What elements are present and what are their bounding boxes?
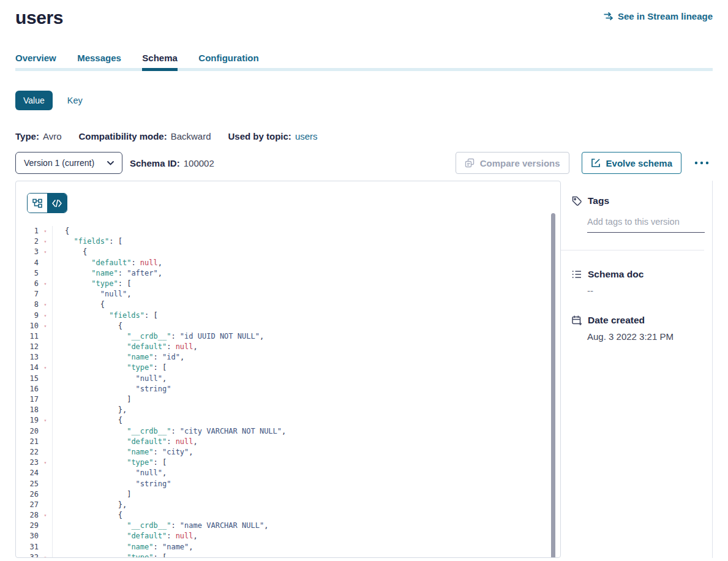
tab-schema[interactable]: Schema <box>142 53 178 71</box>
code-text: "name": "after", <box>52 268 560 279</box>
copy-versions-icon <box>465 158 475 168</box>
fold-toggle-icon[interactable]: ▾ <box>39 279 52 289</box>
schema-doc-section-header: Schema doc <box>561 269 712 280</box>
schema-doc-heading: Schema doc <box>588 269 644 280</box>
key-toggle-link[interactable]: Key <box>67 96 83 105</box>
fold-toggle-icon[interactable]: ▾ <box>39 247 52 257</box>
schema-doc-value: -- <box>587 285 712 296</box>
stream-lineage-link[interactable]: See in Stream lineage <box>603 11 713 21</box>
schema-code-editor: 1▾{2▾ "fields": [3▾ {4 "default": null,5… <box>15 181 561 558</box>
fold-spacer <box>39 437 52 447</box>
code-text: "type": [ <box>52 279 560 289</box>
add-tags-input[interactable] <box>587 217 705 233</box>
code-line: 22 "name": "city", <box>16 447 560 457</box>
code-text: "default": null, <box>52 342 560 352</box>
chevron-down-icon <box>107 161 114 165</box>
editor-scrollbar[interactable] <box>551 213 555 558</box>
code-text: "string" <box>52 479 560 489</box>
schema-id-value: 100002 <box>184 158 214 168</box>
type-value: Avro <box>43 131 62 141</box>
code-text: ] <box>52 394 560 405</box>
code-text: "type": [ <box>52 363 560 373</box>
line-number: 1 <box>16 226 39 236</box>
line-number: 15 <box>16 374 39 384</box>
schema-sidebar: Tags Schema doc -- <box>561 181 713 558</box>
type-label: Type: <box>15 131 39 141</box>
code-line: 12 "default": null, <box>16 342 560 352</box>
version-toolbar: Version 1 (current) Schema ID: 100002 Co… <box>15 152 713 174</box>
line-number: 17 <box>16 394 39 405</box>
code-line: 30 "default": null, <box>16 531 560 541</box>
line-number: 21 <box>16 437 39 447</box>
code-line: 18 }, <box>16 405 560 415</box>
code-view-button[interactable] <box>47 194 67 213</box>
line-number: 18 <box>16 405 39 415</box>
code-line: 6▾ "type": [ <box>16 279 560 289</box>
line-number: 6 <box>16 279 39 289</box>
tab-underline-track <box>15 68 713 71</box>
code-text: { <box>52 299 560 310</box>
code-line: 28▾ { <box>16 510 560 521</box>
compare-versions-button[interactable]: Compare versions <box>456 152 569 174</box>
evolve-schema-button[interactable]: Evolve schema <box>582 152 681 174</box>
line-number: 10 <box>16 321 39 331</box>
more-actions-button[interactable] <box>691 159 713 167</box>
fold-toggle-icon[interactable]: ▾ <box>39 311 52 321</box>
line-number: 32 <box>16 552 39 558</box>
tags-heading: Tags <box>588 195 609 206</box>
code-line: 4 "default": null, <box>16 258 560 268</box>
code-line: 16 "string" <box>16 384 560 394</box>
tree-view-button[interactable] <box>28 194 47 213</box>
value-toggle-button[interactable]: Value <box>15 91 53 110</box>
fold-spacer <box>39 258 52 268</box>
version-select[interactable]: Version 1 (current) <box>15 152 122 174</box>
line-number: 28 <box>16 510 39 521</box>
line-number: 24 <box>16 468 39 478</box>
line-number: 14 <box>16 363 39 373</box>
fold-toggle-icon[interactable]: ▾ <box>39 552 52 558</box>
schema-meta-row: Type: Avro Compatibility mode: Backward … <box>15 131 713 141</box>
code-text: "fields": [ <box>52 236 560 247</box>
line-number: 22 <box>16 447 39 457</box>
fold-spacer <box>39 342 52 352</box>
fold-toggle-icon[interactable]: ▾ <box>39 299 52 310</box>
fold-toggle-icon[interactable]: ▾ <box>39 226 52 236</box>
fold-toggle-icon[interactable]: ▾ <box>39 363 52 373</box>
fold-spacer <box>39 500 52 510</box>
tag-icon <box>571 195 582 206</box>
schema-main: 1▾{2▾ "fields": [3▾ {4 "default": null,5… <box>15 181 713 558</box>
fold-spacer <box>39 331 52 342</box>
date-created-heading: Date created <box>588 315 645 326</box>
code-line: 31 "name": "name", <box>16 542 560 552</box>
fold-toggle-icon[interactable]: ▾ <box>39 321 52 331</box>
code-text: "null", <box>52 289 560 299</box>
fold-spacer <box>39 542 52 552</box>
code-line: 5 "name": "after", <box>16 268 560 279</box>
code-text: "type": [ <box>52 552 560 558</box>
used-by-topic-link[interactable]: users <box>295 131 318 141</box>
fold-toggle-icon[interactable]: ▾ <box>39 457 52 468</box>
code-line: 11 "__crdb__": "id UUID NOT NULL", <box>16 331 560 342</box>
page-title: users <box>15 6 63 29</box>
code-line: 19▾ { <box>16 415 560 426</box>
code-area[interactable]: 1▾{2▾ "fields": [3▾ {4 "default": null,5… <box>16 226 560 558</box>
code-text: "type": [ <box>52 457 560 468</box>
fold-toggle-icon[interactable]: ▾ <box>39 510 52 521</box>
code-line: 20 "__crdb__": "city VARCHAR NOT NULL", <box>16 426 560 437</box>
value-key-toggle: Value Key <box>15 91 713 110</box>
code-text: "default": null, <box>52 437 560 447</box>
code-text: "__crdb__": "id UUID NOT NULL", <box>52 331 560 342</box>
code-text: "default": null, <box>52 258 560 268</box>
fold-spacer <box>39 479 52 489</box>
code-line: 32▾ "type": [ <box>16 552 560 558</box>
fold-toggle-icon[interactable]: ▾ <box>39 415 52 426</box>
code-text: ] <box>52 489 560 500</box>
code-line: 8▾ { <box>16 299 560 310</box>
line-number: 19 <box>16 415 39 426</box>
stream-lineage-icon <box>603 12 614 21</box>
tab-bar: Overview Messages Schema Configuration <box>15 53 713 71</box>
line-number: 13 <box>16 352 39 363</box>
line-number: 23 <box>16 457 39 468</box>
code-text: "null", <box>52 374 560 384</box>
fold-toggle-icon[interactable]: ▾ <box>39 236 52 247</box>
